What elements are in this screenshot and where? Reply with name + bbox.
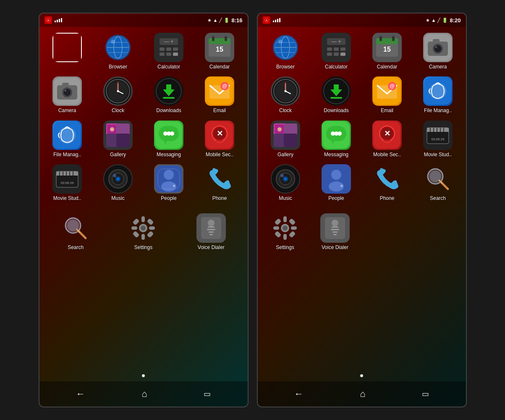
svg-text:✕: ✕ (47, 19, 50, 22)
screen-content-right: Browser — + Calculator (258, 27, 466, 381)
svg-rect-119 (334, 52, 339, 56)
email-label-right: Email (381, 108, 393, 113)
music-item-right[interactable]: Music (261, 163, 310, 203)
downloads-item-left[interactable]: Downloads (144, 75, 194, 115)
svg-point-76 (117, 178, 119, 180)
nav-bar-right: ← ⌂ ▭ (258, 381, 466, 407)
messaging-label-right: Messaging (324, 152, 348, 158)
downloads-label-left: Downloads (156, 108, 181, 113)
widget-item[interactable] (43, 31, 92, 71)
people-item-right[interactable]: ≡ People (312, 163, 361, 203)
svg-point-183 (331, 170, 341, 180)
signal-bars-left (55, 18, 62, 22)
people-label-left: People (161, 195, 176, 201)
messaging-item-right[interactable]: Messaging (312, 119, 361, 159)
recents-button-left[interactable]: ▭ (200, 386, 214, 402)
bluetooth-icon-left: ★ (207, 18, 212, 23)
svg-point-36 (117, 90, 119, 92)
email-item-left[interactable]: @ Email (195, 75, 244, 115)
svg-rect-204 (331, 229, 339, 230)
calendar-item-right[interactable]: 15 Calendar (363, 31, 412, 71)
svg-rect-196 (275, 218, 282, 225)
filemanager-label-left: File Manag.. (53, 152, 81, 158)
email-item-right[interactable]: @ Email (363, 75, 412, 115)
camera-item-left[interactable]: Camera (43, 75, 92, 115)
svg-text:— +: — + (332, 39, 341, 45)
clock-item-right[interactable]: Clock (261, 75, 310, 115)
clock-item-left[interactable]: Clock (94, 75, 143, 115)
mobilesec-icon-left: ✕ (205, 121, 234, 150)
svg-point-202 (332, 220, 338, 226)
moviestudio-icon-left: 03:06:29 (52, 164, 82, 194)
home-button-left[interactable]: ⌂ (138, 385, 150, 403)
gallery-item-right[interactable]: Gallery (261, 119, 310, 159)
phone-label-right: Phone (380, 195, 395, 201)
search-item-right[interactable]: Search (413, 163, 463, 203)
gallery-label-right: Gallery (277, 152, 293, 158)
svg-point-133 (435, 46, 437, 48)
browser-item-right[interactable]: Browser (261, 31, 310, 71)
music-item-left[interactable]: Music (94, 163, 143, 203)
calculator-item-right[interactable]: — + Calculator (312, 31, 361, 71)
svg-point-112 (278, 39, 283, 44)
mobilesec-item-left[interactable]: ✕ Mobile Sec.. (195, 119, 244, 159)
moviestudio-item-left[interactable]: 03:06:29 Movie Stud.. (43, 163, 92, 203)
messaging-item-left[interactable]: Messaging (144, 119, 194, 159)
mobilesec-icon-right: ✕ (372, 121, 402, 150)
mobilesec-item-right[interactable]: ✕ Mobile Sec.. (363, 119, 412, 159)
status-left-icons-right: ✕ (263, 16, 280, 24)
calculator-item-left[interactable]: — + Calculator (144, 31, 194, 71)
svg-rect-126 (392, 36, 395, 41)
browser-item-left[interactable]: Browser (94, 31, 143, 71)
camera-item-right[interactable]: Camera (413, 31, 463, 71)
settings-item-right[interactable]: Settings (261, 212, 309, 252)
filemanager-item-right[interactable]: File Manag.. (413, 75, 463, 115)
svg-rect-21 (212, 36, 215, 41)
voicedialer-item-left[interactable]: Voice Dialer (178, 212, 244, 252)
clock-label-left: Clock (112, 108, 124, 113)
svg-rect-192 (283, 216, 287, 222)
svg-rect-117 (340, 47, 345, 51)
svg-rect-16 (173, 52, 178, 56)
phone-item-right[interactable]: Phone (363, 163, 412, 203)
clock-label-right: Clock (279, 108, 292, 113)
svg-text:@: @ (390, 83, 395, 89)
app-grid-row5-left: Search (39, 207, 248, 252)
page-indicator-right (258, 374, 466, 377)
clock-icon-left (103, 76, 133, 106)
downloads-item-right[interactable]: Downloads (312, 75, 361, 115)
time-left: 8:16 (231, 17, 242, 24)
svg-rect-193 (283, 234, 287, 240)
phone-item-left[interactable]: Phone (195, 163, 244, 203)
filemanager-item-left[interactable]: File Manag.. (43, 119, 92, 159)
camera-label-left: Camera (58, 108, 76, 113)
back-button-right[interactable]: ← (291, 385, 307, 403)
home-button-right[interactable]: ⌂ (356, 385, 369, 403)
svg-rect-124 (376, 38, 398, 44)
settings-item-left[interactable]: Settings (110, 212, 176, 252)
voicedialer-item-right[interactable]: Voice Dialer (311, 212, 359, 252)
calendar-item-left[interactable]: 15 Calendar (195, 31, 244, 71)
svg-text:15: 15 (216, 46, 223, 53)
page-dot-1-right (360, 374, 363, 377)
back-button-left[interactable]: ← (73, 385, 89, 403)
status-icon-red-left: ✕ (44, 16, 52, 24)
filemanager-icon-right (423, 76, 453, 106)
mobilesec-label-left: Mobile Sec.. (206, 152, 233, 158)
nav-bar-left: ← ⌂ ▭ (39, 381, 248, 407)
settings-icon-left (128, 213, 158, 243)
svg-rect-143 (330, 97, 342, 99)
screen-content-left: Browser — + Cal (39, 27, 248, 381)
widget-icon (52, 33, 82, 62)
battery-icon-left: 🔋 (224, 18, 230, 23)
search-item-left[interactable]: Search (43, 212, 109, 252)
moviestudio-item-right[interactable]: 03:06:29 Movie Stud.. (413, 119, 463, 159)
people-item-left[interactable]: ≡ People (144, 163, 194, 203)
browser-icon-left (103, 33, 133, 62)
status-left-icons: ✕ (44, 16, 62, 24)
clock-icon-right (271, 76, 300, 106)
search-label-left: Search (68, 244, 84, 250)
moviestudio-label-right: Movie Stud.. (424, 152, 452, 158)
recents-button-right[interactable]: ▭ (419, 386, 432, 402)
gallery-item-left[interactable]: Gallery (94, 119, 143, 159)
